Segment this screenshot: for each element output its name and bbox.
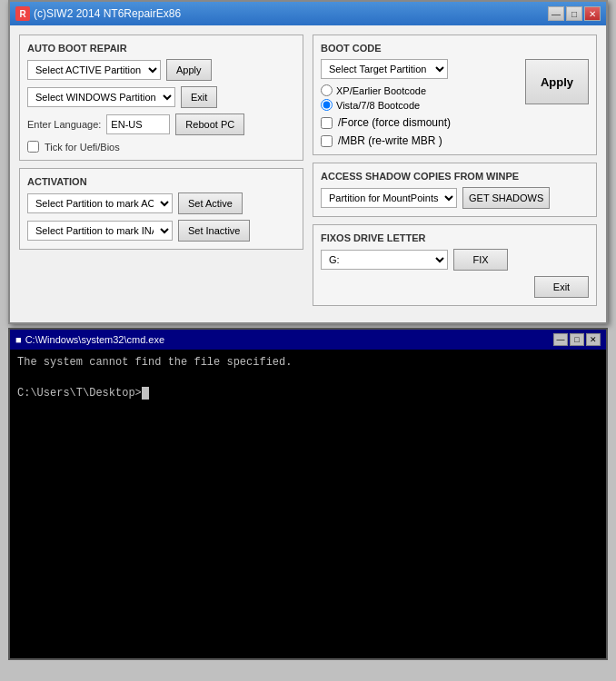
shadow-dropdown[interactable]: Partition for MountPoints (321, 188, 457, 208)
title-buttons: — □ ✕ (548, 6, 601, 21)
cmd-icon: ■ (15, 334, 22, 345)
active-partition-dropdown[interactable]: Select ACTIVE Partition (27, 60, 161, 80)
cmd-prompt-line: C:\Users\T\Desktop> (17, 386, 599, 401)
cmd-window: ■ C:\Windows\system32\cmd.exe — □ ✕ The … (8, 328, 608, 660)
boot-right: Apply (525, 59, 589, 104)
shadow-row: Partition for MountPoints GET SHADOWS (321, 187, 589, 209)
cmd-title-bar: ■ C:\Windows\system32\cmd.exe — □ ✕ (10, 330, 606, 350)
maximize-button[interactable]: □ (566, 6, 582, 21)
bootcode-radio-group: XP/Earlier Bootcode Vista/7/8 Bootcode (321, 84, 518, 111)
inactive-mark-dropdown[interactable]: Select Partition to mark INACTIVE (27, 221, 173, 241)
force-label: /Force (force dismount) (338, 116, 451, 129)
cmd-body: The system cannot find the file specifie… (10, 350, 606, 658)
shadow-copies-title: ACCESS SHADOW COPIES FROM WINPE (321, 171, 589, 182)
exit-boot-button[interactable]: Exit (181, 86, 217, 108)
cmd-title-buttons: — □ ✕ (553, 333, 601, 346)
cmd-title-text: C:\Windows\system32\cmd.exe (25, 334, 164, 345)
shadow-copies-section: ACCESS SHADOW COPIES FROM WINPE Partitio… (313, 163, 597, 217)
mbr-row: /MBR (re-write MBR ) (321, 134, 589, 147)
reboot-button[interactable]: Reboot PC (175, 114, 244, 135)
fix-os-title: FIXOS DRIVE LETTER (321, 232, 589, 243)
active-mark-dropdown[interactable]: Select Partition to mark ACTIVE (27, 193, 173, 213)
mbr-label: /MBR (re-write MBR ) (338, 134, 442, 147)
windows-partition-dropdown[interactable]: Select WINDOWS Partition (27, 87, 175, 107)
language-input[interactable] (106, 114, 170, 134)
boot-code-section: BOOT CODE Select Target Partition XP/Ear… (313, 35, 597, 155)
cmd-title-left: ■ C:\Windows\system32\cmd.exe (15, 334, 164, 345)
vista-radio-label: Vista/7/8 Bootcode (336, 100, 420, 111)
vista-radio-row: Vista/7/8 Bootcode (321, 99, 518, 111)
window-body: AUTO BOOT REPAIR Select ACTIVE Partition… (10, 25, 606, 322)
uefi-checkbox[interactable] (27, 141, 39, 153)
xp-radio-label: XP/Earlier Bootcode (336, 85, 426, 96)
apply-boot-button[interactable]: Apply (166, 59, 212, 81)
xp-radio-row: XP/Earlier Bootcode (321, 84, 518, 96)
force-row: /Force (force dismount) (321, 116, 589, 129)
minimize-button[interactable]: — (548, 6, 564, 21)
set-inactive-row: Select Partition to mark INACTIVE Set In… (27, 220, 295, 242)
mbr-checkbox[interactable] (321, 135, 333, 147)
uefi-row: Tick for Uefi/Bios (27, 141, 295, 153)
app-icon: R (15, 6, 30, 21)
auto-boot-repair-title: AUTO BOOT REPAIR (27, 43, 295, 54)
activation-title: ACTIVATION (27, 176, 295, 187)
set-active-row: Select Partition to mark ACTIVE Set Acti… (27, 192, 295, 214)
cmd-maximize-button[interactable]: □ (570, 333, 584, 346)
xp-radio[interactable] (321, 84, 333, 96)
uefi-label: Tick for Uefi/Bios (45, 142, 120, 153)
boot-code-top: Select Target Partition XP/Earlier Bootc… (321, 59, 589, 111)
title-bar: R (c)SIW2 2014 NT6RepairEx86 — □ ✕ (10, 2, 606, 25)
apply-bootcode-button[interactable]: Apply (525, 59, 589, 104)
activation-section: ACTIVATION Select Partition to mark ACTI… (19, 168, 303, 250)
cmd-prompt: C:\Users\T\Desktop> (17, 387, 142, 400)
right-panel: BOOT CODE Select Target Partition XP/Ear… (313, 35, 597, 313)
close-button[interactable]: ✕ (584, 6, 601, 21)
exit-fix-button[interactable]: Exit (534, 276, 589, 298)
fix-drive-row: G: FIX (321, 249, 589, 271)
main-window: R (c)SIW2 2014 NT6RepairEx86 — □ ✕ AUTO … (8, 0, 608, 324)
cmd-minimize-button[interactable]: — (553, 333, 568, 346)
fix-exit-row: Exit (321, 276, 589, 298)
windows-partition-row: Select WINDOWS Partition Exit (27, 86, 295, 108)
set-active-button[interactable]: Set Active (178, 192, 243, 214)
cmd-close-button[interactable]: ✕ (586, 333, 601, 346)
vista-radio[interactable] (321, 99, 333, 111)
fix-drive-dropdown[interactable]: G: (321, 250, 448, 270)
target-partition-dropdown[interactable]: Select Target Partition (321, 59, 448, 79)
get-shadows-button[interactable]: GET SHADOWS (462, 187, 550, 209)
boot-code-title: BOOT CODE (321, 43, 589, 54)
set-inactive-button[interactable]: Set Inactive (178, 220, 250, 242)
fix-button[interactable]: FIX (453, 249, 508, 271)
auto-boot-repair-section: AUTO BOOT REPAIR Select ACTIVE Partition… (19, 35, 303, 161)
left-panel: AUTO BOOT REPAIR Select ACTIVE Partition… (19, 35, 303, 313)
force-checkbox[interactable] (321, 117, 333, 129)
boot-left: Select Target Partition XP/Earlier Bootc… (321, 59, 518, 111)
active-partition-row: Select ACTIVE Partition Apply (27, 59, 295, 81)
title-bar-left: R (c)SIW2 2014 NT6RepairEx86 (15, 6, 181, 21)
target-partition-row: Select Target Partition (321, 59, 518, 79)
fix-os-section: FIXOS DRIVE LETTER G: FIX Exit (313, 224, 597, 306)
cmd-line-1: The system cannot find the file specifie… (17, 355, 599, 370)
language-label: Enter Language: (27, 119, 101, 130)
cmd-line-2 (17, 370, 599, 386)
window-title: (c)SIW2 2014 NT6RepairEx86 (34, 7, 181, 20)
cmd-cursor (142, 387, 149, 400)
language-row: Enter Language: Reboot PC (27, 114, 295, 135)
